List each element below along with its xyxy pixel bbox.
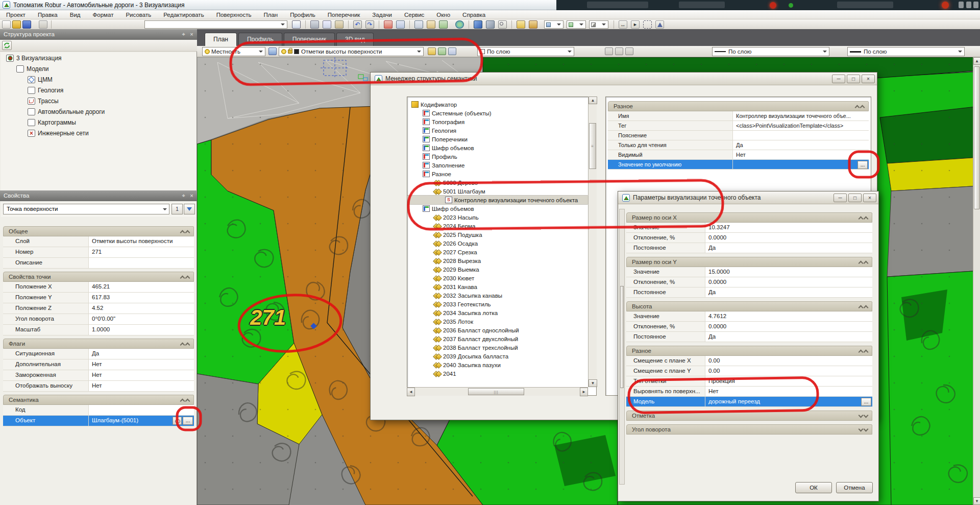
scrollbar-thumb[interactable] <box>974 66 980 209</box>
codifier-tree-item[interactable]: 2041 <box>407 369 596 378</box>
entity-type-combo[interactable]: Точка поверхности <box>3 204 169 214</box>
semantics-property-row[interactable]: Пояснение <box>608 131 869 140</box>
scrollbar-thumb[interactable]: ≡ <box>589 123 596 169</box>
play-icon[interactable]: ► <box>631 20 640 29</box>
save-icon[interactable] <box>22 20 31 29</box>
codifier-tree-item[interactable]: Кодификатор <box>407 100 596 109</box>
param-row[interactable]: ПостоянноеДа <box>626 243 872 253</box>
scrollbar-thumb[interactable]: ||| <box>468 388 524 395</box>
section-header[interactable]: Свойства точки <box>3 272 194 282</box>
object-ellipsis-button[interactable]: ... <box>183 417 193 425</box>
params-left-scrollbar[interactable] <box>619 209 625 485</box>
draw-pencil-icon[interactable] <box>474 20 482 29</box>
model-ellipsis-button[interactable]: ... <box>861 398 871 406</box>
codifier-tree-item[interactable]: Шифр объемов <box>407 143 596 152</box>
param-row[interactable]: Отклонение, %0.0000 <box>626 277 872 287</box>
dialog-title-bar[interactable]: Менеджер структуры семантики ─ □ × <box>371 73 877 85</box>
scroll-up-icon[interactable]: ▲ <box>973 57 980 65</box>
menu-item[interactable]: Формат <box>87 10 120 19</box>
menu-item[interactable]: Профиль <box>284 10 322 19</box>
property-row[interactable]: Описание <box>3 258 194 269</box>
codifier-tree-item[interactable]: Топография <box>407 117 596 126</box>
codifier-tree-item[interactable]: 2029 Выемка <box>407 265 596 274</box>
flask-icon[interactable] <box>655 20 664 29</box>
style-combo[interactable] <box>144 20 287 29</box>
numbering-button[interactable]: 1 <box>172 204 183 214</box>
pin-icon[interactable]: ⌖ <box>180 192 187 200</box>
param-row[interactable]: Отклонение, %0.0000 <box>626 233 872 243</box>
codifier-tree-item[interactable]: Контроллер визуализации точечного объект… <box>407 196 596 204</box>
refresh-button[interactable] <box>2 41 12 50</box>
zoom-window-icon[interactable] <box>498 20 507 29</box>
param-row[interactable]: Смещение с плане Y 0.00 <box>626 366 872 376</box>
codifier-tree-item[interactable]: 2027 Срезка <box>407 248 596 256</box>
codifier-tree-item[interactable]: 2023 Насыпь <box>407 213 596 222</box>
property-row[interactable]: Замороженная Нет <box>3 370 194 381</box>
view-tab[interactable]: Профиль <box>238 33 282 46</box>
dialog-title-bar[interactable]: Параметры визуализации точечного объекта… <box>618 191 878 204</box>
codifier-tree-item[interactable]: Профиль <box>407 152 596 161</box>
param-row[interactable]: Значение15.0000 <box>626 267 872 277</box>
property-row[interactable]: Код <box>3 405 194 416</box>
default-value-ellipsis-button[interactable]: ... <box>857 161 868 169</box>
property-row[interactable]: Положение Y 617.83 <box>3 293 194 303</box>
new-file-icon[interactable] <box>2 20 11 29</box>
section-header[interactable]: Общее <box>3 226 194 236</box>
property-row[interactable]: Положение X 465.21 <box>3 282 194 293</box>
view-tab[interactable]: Поперечник <box>284 33 335 46</box>
property-row[interactable]: Дополнительная Нет <box>3 359 194 370</box>
param-row[interactable]: Значение4.7612 <box>626 311 872 322</box>
semantics-property-row[interactable]: Только для чтения Да <box>608 140 869 150</box>
codifier-tree-item[interactable]: 2031 Канава <box>407 282 596 291</box>
paste-icon[interactable] <box>335 20 344 29</box>
project-tree-item[interactable]: Трассы <box>1 95 196 106</box>
menu-item[interactable]: Задачи <box>366 10 398 19</box>
codifier-tree-item[interactable]: 2030 Кювет <box>407 274 596 282</box>
selection-rect-icon[interactable] <box>643 20 652 29</box>
close-button[interactable]: × <box>863 194 876 202</box>
terrain-settings-icon[interactable] <box>268 47 277 55</box>
menu-item[interactable]: Проект <box>0 10 32 19</box>
snap-icon[interactable] <box>384 20 393 29</box>
tree-horizontal-scrollbar[interactable]: ◄ ||| ► <box>407 387 588 396</box>
menu-item[interactable]: Правка <box>32 10 64 19</box>
section-header[interactable]: Размер по оси Y <box>626 257 872 267</box>
codifier-tree-item[interactable]: 2038 Балласт трехслойный <box>407 343 596 352</box>
codifier-tree-item[interactable]: 2032 Засыпка канавы <box>407 291 596 300</box>
codifier-tree-item[interactable]: 2033 Геотекстиль <box>407 300 596 308</box>
ok-button[interactable]: ОК <box>795 482 832 493</box>
codifier-tree-item[interactable]: Системные (объекты) <box>407 109 596 117</box>
lineweight-icon[interactable] <box>615 47 623 55</box>
edit-pencil-icon[interactable] <box>486 20 495 29</box>
project-tree-item[interactable]: 3 Визуализация <box>1 53 196 63</box>
cancel-button[interactable]: Отмена <box>836 482 873 493</box>
section-header[interactable]: Разное <box>626 346 872 356</box>
cut-icon[interactable] <box>310 20 319 29</box>
scroll-up-icon[interactable]: ▲ <box>589 97 597 104</box>
codifier-tree-item[interactable]: 2025 Подушка <box>407 230 596 239</box>
view-tab[interactable]: 3D вид <box>336 33 374 46</box>
linetype-icon[interactable] <box>605 47 613 55</box>
pin-icon[interactable]: ⌖ <box>180 31 187 38</box>
project-tree-item[interactable]: Инженерные сети <box>1 128 196 138</box>
property-row[interactable]: Угол поворота 0°0'0.00" <box>3 314 194 325</box>
semantics-property-row[interactable]: Значение по умолчанию ... <box>608 160 869 170</box>
codifier-tree-item[interactable]: Заполнение <box>407 161 596 170</box>
color-byline-combo[interactable]: По слою <box>477 47 574 56</box>
current-layer-combo[interactable]: Отметки высоты поверхности <box>279 47 424 56</box>
property-row[interactable]: Положение Z 4.52 <box>3 303 194 314</box>
property-row[interactable]: Слой Отметки высоты поверхности <box>3 236 194 247</box>
menu-item[interactable]: Вид <box>64 10 87 19</box>
terrain-combo[interactable]: Местность <box>202 47 265 56</box>
param-row[interactable]: Значение10.3247 <box>626 223 872 233</box>
codifier-tree-item[interactable]: Разное <box>407 170 596 178</box>
project-tree-item[interactable]: Автомобильные дороги <box>1 106 196 117</box>
property-row[interactable]: Номер 271 <box>3 247 194 258</box>
menu-item[interactable]: Поперечник <box>322 10 366 19</box>
codifier-tree-item[interactable]: 2035 Лоток <box>407 317 596 326</box>
param-row[interactable]: Тип отметки Проекция <box>626 376 872 387</box>
codifier-tree-item[interactable]: 2037 Балласт двухслойный <box>407 334 596 343</box>
section-tool-combo[interactable] <box>567 20 586 29</box>
project-tree-item[interactable]: ЦММ <box>1 74 196 85</box>
redo-icon[interactable]: ↷ <box>365 20 374 29</box>
